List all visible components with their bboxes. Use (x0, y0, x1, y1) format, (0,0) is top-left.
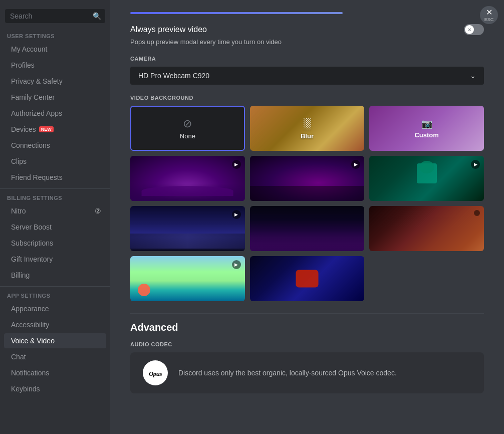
video-background-header: VIDEO BACKGROUND (130, 95, 484, 101)
sidebar-item-my-account[interactable]: My Account (4, 42, 106, 57)
none-label: None (180, 132, 195, 140)
bg-thumb-8[interactable] (250, 256, 365, 301)
camera-section-header: CAMERA (130, 56, 484, 62)
none-circle-icon: ⊘ (183, 117, 192, 130)
sidebar-item-server-boost[interactable]: Server Boost (4, 220, 106, 235)
preview-video-row: Always preview video ✕ (130, 24, 484, 35)
play-icon-7: ▶ (232, 260, 241, 269)
sidebar-item-appearance[interactable]: Appearance (4, 301, 106, 316)
esc-label: ESC (484, 17, 494, 22)
toggle-x-icon: ✕ (467, 27, 471, 33)
sidebar-item-chat[interactable]: Chat (4, 349, 106, 364)
custom-label: 📷 Custom (414, 118, 438, 139)
main-content: ✕ ESC Always preview video ✕ Pops up pre… (110, 0, 504, 434)
preview-video-title: Always preview video (130, 25, 207, 34)
preview-video-desc: Pops up preview modal every time you tur… (130, 38, 484, 46)
play-icon-3: ▶ (471, 160, 480, 169)
bg-thumb-5[interactable] (250, 206, 365, 251)
billing-settings-header: Billing Settings (0, 192, 110, 203)
sidebar: 🔍 User Settings My Account Profiles Priv… (0, 0, 110, 434)
codec-box: Opus Discord uses only the best organic,… (130, 352, 484, 393)
search-icon: 🔍 (93, 12, 101, 20)
advanced-title: Advanced (130, 322, 484, 333)
codec-description: Discord uses only the best organic, loca… (178, 369, 397, 377)
divider-1 (0, 188, 110, 189)
scroll-indicator (130, 12, 343, 14)
sidebar-item-notifications[interactable]: Notifications (4, 365, 106, 380)
bg-thumb-4[interactable]: ▶ (130, 206, 245, 251)
bg-thumb-7[interactable]: ▶ (130, 256, 245, 301)
blur-icon: ░ (303, 117, 311, 130)
bg-thumb-6[interactable] (369, 206, 484, 251)
search-bar[interactable]: 🔍 (5, 9, 105, 23)
bg-thumb-3[interactable]: ▶ (369, 156, 484, 201)
camera-selected-value: HD Pro Webcam C920 (138, 72, 209, 80)
opus-circle-icon: Opus (143, 360, 168, 385)
new-badge: NEW (39, 126, 54, 132)
play-icon-2: ▶ (351, 160, 360, 169)
custom-icon: 📷 (421, 118, 432, 129)
sidebar-item-accessibility[interactable]: Accessibility (4, 317, 106, 332)
sidebar-item-devices[interactable]: Devices NEW (4, 122, 106, 137)
sidebar-item-privacy-safety[interactable]: Privacy & Safety (4, 74, 106, 89)
play-icon-1: ▶ (232, 160, 241, 169)
video-background-grid: ⊘ None ░ Blur 📷 Custom ▶ ▶ (130, 106, 484, 301)
audio-codec-header: AUDIO CODEC (130, 341, 484, 347)
divider-2 (0, 286, 110, 287)
app-settings-header: App Settings (0, 290, 110, 301)
user-settings-header: User Settings (0, 30, 110, 41)
opus-logo: Opus (140, 360, 170, 385)
sidebar-item-billing[interactable]: Billing (4, 268, 106, 283)
sidebar-item-keybinds[interactable]: Keybinds (4, 381, 106, 396)
bg-custom[interactable]: 📷 Custom (369, 106, 484, 151)
sidebar-item-nitro[interactable]: Nitro ② (4, 203, 106, 219)
sidebar-item-gift-inventory[interactable]: Gift Inventory (4, 252, 106, 267)
chevron-down-icon: ⌄ (470, 72, 476, 80)
bg-thumb-2[interactable]: ▶ (250, 156, 365, 201)
sidebar-item-subscriptions[interactable]: Subscriptions (4, 236, 106, 251)
bg-blur[interactable]: ░ Blur (250, 106, 365, 151)
bg-none[interactable]: ⊘ None (130, 106, 245, 151)
search-input[interactable] (5, 9, 105, 23)
camera-dropdown[interactable]: HD Pro Webcam C920 ⌄ (130, 67, 484, 85)
blur-label: ░ Blur (301, 117, 314, 140)
preview-video-toggle[interactable]: ✕ (464, 24, 484, 35)
toggle-knob: ✕ (465, 25, 474, 34)
sidebar-item-profiles[interactable]: Profiles (4, 58, 106, 73)
sidebar-item-family-center[interactable]: Family Center (4, 90, 106, 105)
bg-thumb-1[interactable]: ▶ (130, 156, 245, 201)
sidebar-item-authorized-apps[interactable]: Authorized Apps (4, 106, 106, 121)
sidebar-item-voice-video[interactable]: Voice & Video (4, 333, 106, 348)
svg-text:Opus: Opus (149, 370, 162, 377)
sidebar-item-friend-requests[interactable]: Friend Requests (4, 170, 106, 185)
sidebar-item-connections[interactable]: Connections (4, 138, 106, 153)
close-button[interactable]: ✕ ESC (480, 6, 498, 24)
nitro-icon: ② (95, 207, 101, 215)
section-divider (130, 313, 484, 314)
close-icon: ✕ (486, 9, 492, 17)
play-icon-4: ▶ (232, 210, 241, 219)
sidebar-item-clips[interactable]: Clips (4, 154, 106, 169)
